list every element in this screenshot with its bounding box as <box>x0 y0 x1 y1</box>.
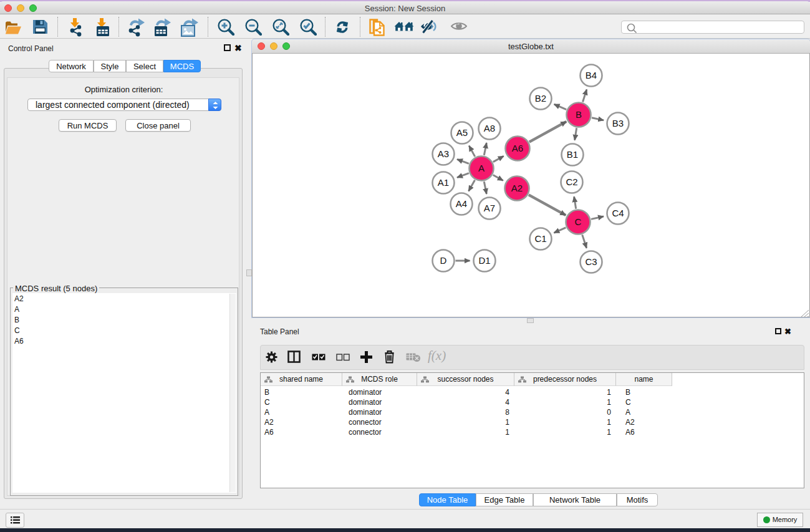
svg-text:D1: D1 <box>478 255 490 266</box>
svg-text:C: C <box>574 216 581 227</box>
svg-text:B3: B3 <box>612 118 623 128</box>
svg-text:A8: A8 <box>483 123 494 133</box>
svg-text:A3: A3 <box>437 148 448 159</box>
svg-text:B4: B4 <box>585 70 596 80</box>
svg-text:C4: C4 <box>612 208 624 218</box>
svg-text:B: B <box>575 109 581 120</box>
svg-text:A2: A2 <box>511 183 522 193</box>
svg-text:A1: A1 <box>437 177 448 188</box>
svg-text:C3: C3 <box>585 256 597 267</box>
svg-text:A7: A7 <box>483 203 494 213</box>
svg-text:B1: B1 <box>566 149 577 160</box>
svg-text:C2: C2 <box>566 177 577 187</box>
svg-text:D: D <box>440 255 446 266</box>
svg-text:A5: A5 <box>456 127 467 138</box>
svg-text:B2: B2 <box>534 93 546 104</box>
svg-text:A4: A4 <box>455 198 466 209</box>
svg-text:C1: C1 <box>534 233 546 244</box>
svg-text:A6: A6 <box>511 143 523 153</box>
svg-text:A: A <box>478 163 484 173</box>
